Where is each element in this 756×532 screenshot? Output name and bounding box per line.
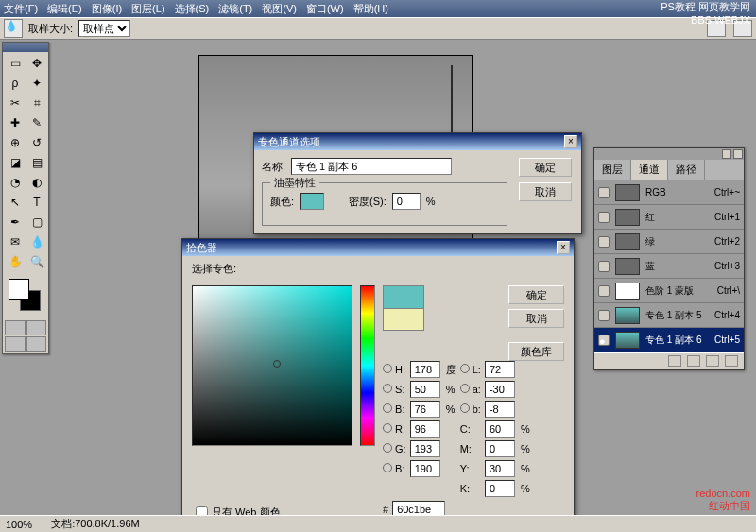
g-input[interactable] [410,440,440,457]
menu-filter[interactable]: 滤镜(T) [218,2,252,16]
tab-paths[interactable]: 路径 [668,160,705,180]
visibility-icon[interactable]: ● [598,335,610,346]
sample-size-select[interactable]: 取样点 [78,20,130,37]
dodge-tool-icon[interactable]: ◐ [26,173,47,192]
picker-ok-button[interactable]: 确定 [508,285,564,304]
picker-title-bar[interactable]: 拾色器 × [182,239,574,256]
close-icon[interactable]: × [557,241,570,254]
lasso-tool-icon[interactable]: ρ [5,74,26,93]
foreground-swatch[interactable] [9,279,29,300]
h-input[interactable] [410,361,440,378]
custom-colors-button[interactable]: 颜色库 [508,342,564,361]
new-channel-icon[interactable] [706,355,719,367]
channel-row[interactable]: 绿 Ctrl+2 [594,230,744,254]
move-tool-icon[interactable]: ✥ [26,54,47,73]
cancel-button[interactable]: 取消 [519,182,572,201]
l-radio[interactable] [460,364,470,373]
panel-close-icon[interactable] [733,149,743,159]
visibility-icon[interactable] [598,310,610,321]
density-input[interactable] [392,193,421,210]
menu-select[interactable]: 选择(S) [175,2,210,16]
spot-dialog-title-bar[interactable]: 专色通道选项 × [254,133,581,150]
visibility-icon[interactable] [598,212,610,223]
color-field-marker[interactable] [273,360,281,368]
eyedropper-tool-icon[interactable]: 💧 [26,232,47,251]
crop-tool-icon[interactable]: ✂ [5,94,26,112]
ink-color-swatch[interactable] [300,193,324,210]
quickmask-mode-icon[interactable] [26,320,47,335]
brgb-radio[interactable] [383,463,392,472]
menu-image[interactable]: 图像(I) [92,2,122,16]
wand-tool-icon[interactable]: ✦ [26,74,47,93]
stamp-tool-icon[interactable]: ⊕ [5,133,26,152]
channel-row[interactable]: RGB Ctrl+~ [594,180,744,205]
close-icon[interactable]: × [564,135,577,148]
menu-file[interactable]: 文件(F) [4,2,38,16]
r-radio[interactable] [383,423,392,433]
channel-row[interactable]: ● 专色 1 副本 6 Ctrl+5 [594,328,744,352]
g-radio[interactable] [383,443,392,453]
h-radio[interactable] [383,364,392,373]
visibility-icon[interactable] [598,285,610,297]
channel-name-input[interactable] [291,158,452,175]
menu-help[interactable]: 帮助(H) [353,2,388,16]
picker-cancel-button[interactable]: 取消 [508,309,564,328]
m-input[interactable] [485,440,515,457]
visibility-icon[interactable] [598,236,610,248]
shape-tool-icon[interactable]: ▢ [26,213,47,232]
hue-slider[interactable] [360,285,375,446]
brgb-input[interactable] [410,460,440,477]
tab-channels[interactable]: 通道 [631,160,668,180]
menu-view[interactable]: 视图(V) [262,2,297,16]
menu-layer[interactable]: 图层(L) [131,2,164,16]
menu-edit[interactable]: 编辑(E) [47,2,82,16]
standard-mode-icon[interactable] [5,320,26,335]
pen-tool-icon[interactable]: ✒ [5,213,26,232]
channel-row[interactable]: 专色 1 副本 5 Ctrl+4 [594,303,744,328]
bhsb-input[interactable] [410,401,440,418]
blab-input[interactable] [485,401,515,418]
doc-size[interactable]: 文档:700.8K/1.96M [51,517,140,531]
slice-tool-icon[interactable]: ⌗ [26,94,47,112]
tab-layers[interactable]: 图层 [594,160,631,180]
visibility-icon[interactable] [598,187,610,198]
r-input[interactable] [410,420,440,438]
c-input[interactable] [485,420,515,438]
eyedropper-icon[interactable]: 💧 [4,19,23,38]
channel-row[interactable]: 色阶 1 蒙版 Ctrl+\ [594,279,744,303]
load-selection-icon[interactable] [668,355,681,367]
eraser-tool-icon[interactable]: ◪ [5,153,26,172]
ok-button[interactable]: 确定 [519,158,572,177]
brush-tool-icon[interactable]: ✎ [26,113,47,132]
hand-tool-icon[interactable]: ✋ [5,252,26,271]
bhsb-radio[interactable] [383,403,392,413]
channel-row[interactable]: 蓝 Ctrl+3 [594,254,744,279]
zoom-tool-icon[interactable]: 🔍 [26,252,47,271]
color-field[interactable] [192,285,352,446]
type-tool-icon[interactable]: T [26,193,47,212]
zoom-level[interactable]: 100% [6,519,32,530]
s-input[interactable] [410,381,440,398]
toolbox-header[interactable] [3,43,48,52]
l-input[interactable] [485,361,515,378]
screen-mode-2-icon[interactable] [26,336,47,352]
visibility-icon[interactable] [598,261,610,272]
blur-tool-icon[interactable]: ◔ [5,173,26,192]
s-radio[interactable] [383,384,392,393]
channel-row[interactable]: 红 Ctrl+1 [594,205,744,230]
panel-min-icon[interactable] [722,149,731,159]
delete-channel-icon[interactable] [725,355,738,367]
blab-radio[interactable] [460,403,470,413]
history-brush-icon[interactable]: ↺ [26,133,47,152]
marquee-tool-icon[interactable]: ▭ [5,54,26,73]
a-radio[interactable] [460,384,470,393]
y-input[interactable] [485,460,515,477]
menu-window[interactable]: 窗口(W) [306,2,344,16]
notes-tool-icon[interactable]: ✉ [5,232,26,251]
k-input[interactable] [485,480,515,497]
path-tool-icon[interactable]: ↖ [5,193,26,212]
screen-mode-1-icon[interactable] [5,336,26,352]
a-input[interactable] [485,381,515,398]
save-selection-icon[interactable] [687,355,700,367]
heal-tool-icon[interactable]: ✚ [5,113,26,132]
